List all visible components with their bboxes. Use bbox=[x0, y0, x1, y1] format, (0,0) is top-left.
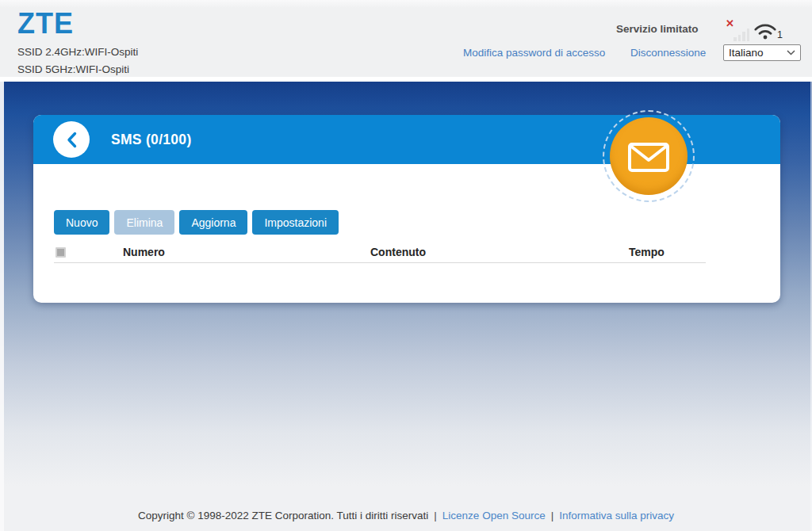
select-all-cell bbox=[54, 247, 123, 258]
ssid-24ghz-label: SSID 2.4GHz:WIFI-Ospiti bbox=[17, 46, 138, 58]
privacy-link[interactable]: Informativa sulla privacy bbox=[559, 510, 674, 521]
copyright-text: Copyright © 1998-2022 ZTE Corporation. T… bbox=[138, 510, 428, 521]
back-button[interactable] bbox=[53, 121, 90, 158]
chevron-down-icon bbox=[787, 50, 795, 55]
open-source-link[interactable]: Licenze Open Source bbox=[442, 510, 546, 521]
service-status-label: Servizio limitato bbox=[616, 23, 699, 35]
zte-logo: ZTE bbox=[17, 7, 74, 40]
modify-password-link[interactable]: Modifica password di accesso bbox=[463, 47, 605, 59]
select-all-checkbox[interactable] bbox=[56, 247, 66, 258]
footer-separator: | bbox=[551, 510, 554, 521]
wifi-arcs-icon bbox=[753, 21, 777, 41]
column-numero: Numero bbox=[123, 246, 370, 258]
footer-separator: | bbox=[434, 510, 437, 521]
envelope-badge-ring bbox=[603, 110, 695, 202]
ssid-5ghz-label: SSID 5GHz:WIFI-Ospiti bbox=[17, 63, 129, 75]
language-selected-label: Italiano bbox=[729, 47, 764, 59]
left-edge-strip bbox=[0, 82, 4, 531]
no-signal-icon: ✕ bbox=[724, 20, 751, 41]
page-footer: Copyright © 1998-2022 ZTE Corporation. T… bbox=[0, 510, 812, 521]
sms-title: SMS (0/100) bbox=[111, 132, 192, 148]
no-service-x-icon: ✕ bbox=[726, 18, 734, 29]
column-tempo: Tempo bbox=[629, 246, 706, 258]
column-contenuto: Contenuto bbox=[370, 246, 629, 258]
wifi-count-label: 1 bbox=[777, 29, 783, 40]
new-button[interactable]: Nuovo bbox=[54, 210, 109, 235]
delete-button[interactable]: Elimina bbox=[114, 210, 174, 235]
main-background: SMS (0/100) Nuovo Elimina Aggiorna Impos… bbox=[0, 82, 812, 531]
sms-table-header: Numero Contenuto Tempo bbox=[54, 242, 706, 263]
refresh-button[interactable]: Aggiorna bbox=[179, 210, 247, 235]
chevron-left-icon bbox=[66, 131, 78, 149]
sms-card: SMS (0/100) Nuovo Elimina Aggiorna Impos… bbox=[33, 115, 780, 303]
sms-card-header: SMS (0/100) bbox=[33, 115, 780, 164]
signal-bars-icon bbox=[733, 29, 749, 41]
language-select[interactable]: Italiano bbox=[723, 44, 801, 61]
app-header: ZTE SSID 2.4GHz:WIFI-Ospiti SSID 5GHz:WI… bbox=[0, 0, 812, 77]
wifi-icon: 1 bbox=[753, 21, 787, 43]
logout-link[interactable]: Disconnessione bbox=[630, 47, 706, 59]
settings-button[interactable]: Impostazioni bbox=[252, 210, 339, 235]
